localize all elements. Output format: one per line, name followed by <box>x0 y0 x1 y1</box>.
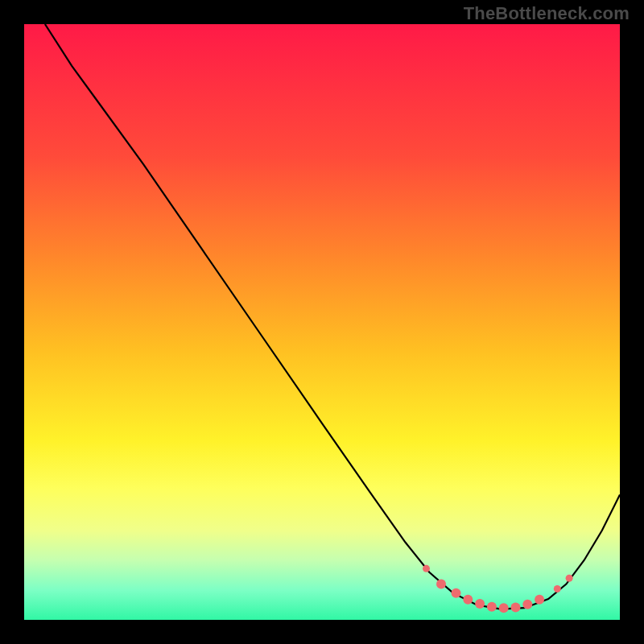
marker-dot <box>452 588 461 598</box>
marker-dot <box>487 602 497 612</box>
marker-dot <box>436 580 446 589</box>
marker-dot <box>522 600 532 609</box>
marker-dot <box>511 602 521 612</box>
marker-dot <box>535 595 544 605</box>
chart-svg <box>24 24 620 620</box>
plot-area <box>24 24 620 620</box>
marker-dot <box>554 585 561 592</box>
chart-container: TheBottleneck.com <box>0 0 644 644</box>
marker-dot <box>499 603 509 613</box>
marker-dot <box>463 595 473 605</box>
gradient-background <box>24 24 620 620</box>
marker-dot <box>566 575 573 582</box>
watermark-text: TheBottleneck.com <box>464 3 630 24</box>
marker-dot <box>475 599 485 609</box>
marker-dot <box>423 565 430 572</box>
